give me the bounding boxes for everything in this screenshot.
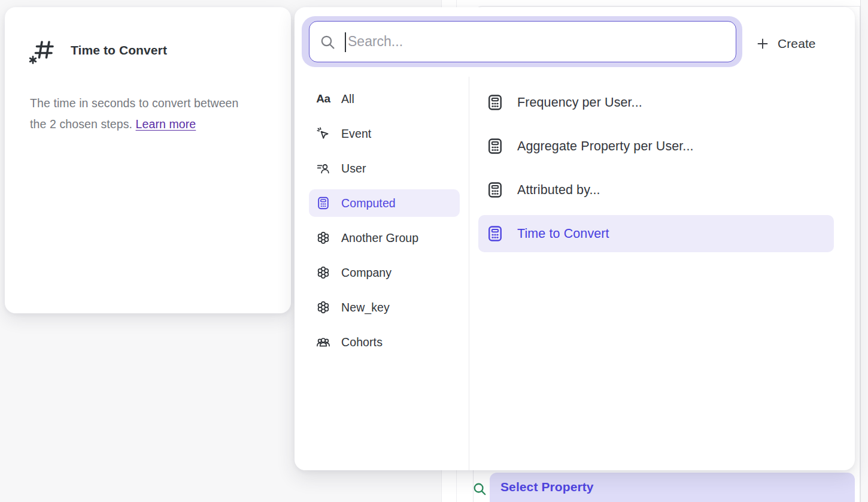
plus-icon: [755, 37, 770, 51]
category-user[interactable]: User: [309, 155, 460, 182]
category-label: New_key: [341, 301, 390, 314]
text-format-icon: Aa: [316, 92, 330, 106]
create-button-label: Create: [778, 37, 816, 51]
category-new-key[interactable]: New_key: [309, 294, 460, 321]
people-icon: [316, 335, 330, 349]
result-label: Aggregate Property per User...: [517, 139, 694, 154]
category-list: Aa All Event: [309, 85, 460, 363]
category-cohorts[interactable]: Cohorts: [309, 328, 460, 356]
category-company[interactable]: Company: [309, 259, 460, 286]
category-label: Cohorts: [341, 335, 383, 349]
learn-more-link[interactable]: Learn more: [136, 117, 196, 131]
property-selector-modal: Create Aa All Event: [295, 7, 855, 470]
category-all[interactable]: Aa All: [309, 85, 460, 113]
calculator-icon: [486, 137, 504, 155]
calculator-icon: [486, 93, 504, 111]
category-another-group[interactable]: Another Group: [309, 224, 460, 252]
category-label: User: [341, 162, 366, 176]
background-card-right-edge: [860, 0, 861, 502]
category-label: Company: [341, 266, 391, 280]
result-time-to-convert[interactable]: Time to Convert: [478, 215, 834, 252]
result-label: Time to Convert: [517, 226, 609, 241]
tooltip-description: The time in seconds to convert between t…: [30, 93, 269, 135]
select-property-control[interactable]: Select Property: [461, 473, 856, 502]
calculator-icon: [316, 196, 330, 210]
category-label: Event: [341, 127, 371, 141]
create-button[interactable]: Create: [755, 34, 816, 54]
result-frequency-per-user[interactable]: Frequency per User...: [478, 84, 834, 121]
computed-number-icon: [29, 37, 55, 66]
search-icon: [472, 482, 487, 497]
group-cluster-icon: [316, 300, 330, 314]
property-result-list: Frequency per User... Aggregate Property…: [478, 84, 834, 259]
category-label: All: [341, 92, 354, 106]
group-cluster-icon: [316, 231, 330, 245]
calculator-icon: [486, 225, 504, 243]
category-list-divider: [469, 77, 469, 470]
description-line-2: the 2 chosen steps.: [30, 117, 132, 131]
result-label: Frequency per User...: [517, 95, 642, 110]
tooltip-title: Time to Convert: [71, 43, 167, 58]
property-tooltip-card: Time to Convert The time in seconds to c…: [5, 7, 291, 313]
user-list-icon: [316, 161, 330, 176]
search-field[interactable]: [309, 21, 736, 62]
category-computed[interactable]: Computed: [309, 189, 460, 217]
description-line-1: The time in seconds to convert between: [30, 96, 239, 110]
category-label: Another Group: [341, 231, 418, 245]
result-aggregate-property-per-user[interactable]: Aggregate Property per User...: [478, 128, 834, 165]
category-label: Computed: [341, 196, 396, 210]
select-property-label: Select Property: [500, 480, 594, 494]
search-input[interactable]: [309, 22, 736, 62]
result-label: Attributed by...: [517, 183, 600, 198]
result-attributed-by[interactable]: Attributed by...: [478, 171, 834, 208]
category-event[interactable]: Event: [309, 120, 460, 147]
calculator-icon: [486, 181, 504, 199]
group-cluster-icon: [316, 265, 330, 280]
cursor-click-icon: [316, 126, 330, 141]
